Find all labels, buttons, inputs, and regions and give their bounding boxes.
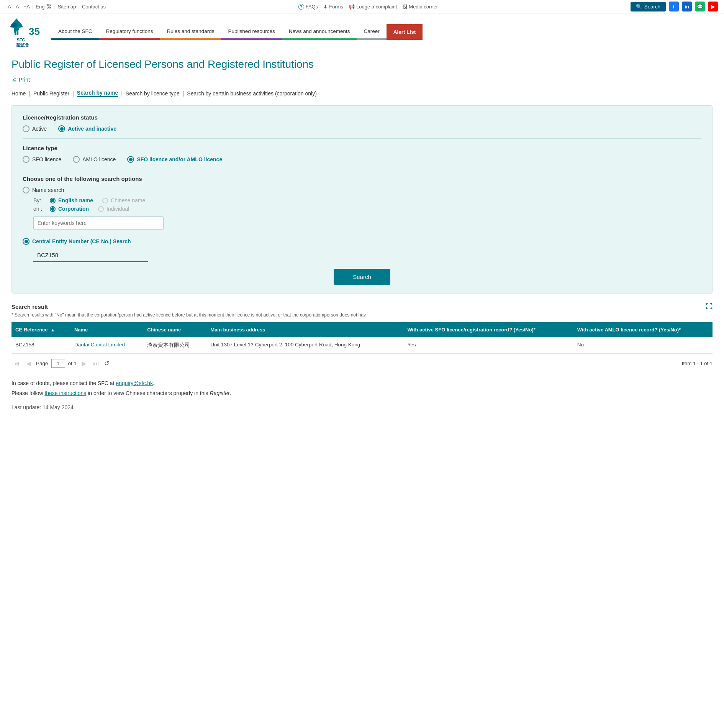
instructions-suffix: in order to view Chinese characters prop… — [88, 390, 208, 396]
status-active-radio[interactable] — [23, 125, 29, 132]
nav-career[interactable]: Career — [357, 24, 387, 40]
next-page-button[interactable]: ▶ — [80, 359, 88, 368]
expand-icon[interactable]: ⛶ — [706, 303, 713, 311]
licence-title: Licence type — [23, 145, 701, 151]
first-page-button[interactable]: ⏮ — [11, 359, 21, 368]
register-italic: Register — [210, 390, 230, 396]
print-link[interactable]: 🖨 Print — [11, 77, 713, 83]
faq-link[interactable]: ? FAQs — [298, 4, 318, 10]
media-link[interactable]: 🖼 Media corner — [402, 4, 438, 10]
status-active-option[interactable]: Active — [23, 125, 47, 132]
font-size-normal[interactable]: A — [16, 4, 19, 10]
nav-about[interactable]: About the SFC — [51, 24, 99, 40]
linkedin-icon[interactable]: in — [682, 2, 692, 11]
col-amlo-active: With active AMLO licence record? (Yes/No… — [573, 322, 713, 337]
name-link[interactable]: Dantai Capital Limited — [74, 342, 125, 348]
media-icon: 🖼 — [402, 4, 407, 10]
individual-radio[interactable] — [98, 206, 104, 212]
cell-address: Unit 1307 Level 13 Cyberport 2, 100 Cybe… — [206, 337, 403, 354]
search-button[interactable]: 🔍 Search — [631, 2, 666, 11]
col-ce-ref[interactable]: CE Reference ▲ — [11, 322, 70, 337]
refresh-icon[interactable]: ↺ — [104, 360, 109, 367]
logo-35-text: 35 — [29, 26, 40, 38]
page-number-input[interactable] — [51, 359, 65, 368]
last-page-button[interactable]: ⏭ — [91, 359, 101, 368]
keyword-input[interactable] — [33, 216, 164, 230]
lang-eng[interactable]: Eng — [36, 4, 44, 10]
individual-option[interactable]: Individual — [98, 206, 129, 212]
search-icon: 🔍 — [636, 4, 642, 10]
name-search-radio[interactable] — [23, 187, 29, 193]
english-name-option[interactable]: English name — [50, 197, 93, 203]
results-table-body: BCZ158 Dantai Capital Limited 淡泰資本有限公司 U… — [11, 337, 713, 354]
status-active-inactive-option[interactable]: Active and inactive — [58, 125, 116, 132]
breadcrumb-search-by-licence[interactable]: Search by licence type — [126, 90, 180, 97]
keyword-input-wrapper — [33, 213, 701, 235]
breadcrumb-home[interactable]: Home — [11, 90, 26, 97]
col-address: Main business address — [206, 322, 403, 337]
chinese-name-option[interactable]: Chinese name — [102, 197, 145, 203]
nav-published[interactable]: Published resources — [221, 24, 282, 40]
col-chinese-name: Chinese name — [143, 322, 206, 337]
form-divider-2 — [23, 169, 701, 169]
by-row: By: English name Chinese name — [33, 197, 701, 203]
search-submit-button[interactable]: Search — [334, 269, 390, 285]
chinese-name-radio[interactable] — [102, 198, 108, 203]
prev-page-button[interactable]: ◀ — [25, 359, 33, 368]
logo-sfc-text: SFC證監會 — [16, 38, 29, 48]
svg-rect-4 — [14, 33, 15, 35]
facebook-icon[interactable]: f — [669, 2, 679, 11]
wechat-icon[interactable]: 💬 — [695, 2, 705, 11]
search-options-title: Choose one of the following search optio… — [23, 175, 701, 182]
pagination: ⏮ ◀ Page of 1 ▶ ⏭ ↺ Item 1 - 1 of 1 — [11, 359, 713, 368]
instructions-text: Please follow — [11, 390, 43, 396]
licence-both-option[interactable]: SFO licence and/or AMLO licence — [127, 156, 222, 163]
breadcrumb-public-register[interactable]: Public Register — [33, 90, 69, 97]
ce-input[interactable] — [33, 249, 148, 262]
instructions-link[interactable]: these instructions — [44, 390, 86, 396]
main-content: Public Register of Licensed Persons and … — [0, 51, 724, 418]
complaint-link[interactable]: 📢 Lodge a complaint — [349, 4, 397, 10]
ce-search-option[interactable]: Central Entity Number (CE No.) Search — [23, 238, 701, 245]
breadcrumb: Home | Public Register | Search by name … — [11, 90, 713, 97]
corporation-radio[interactable] — [50, 206, 56, 212]
licence-amlo-radio[interactable] — [73, 156, 80, 163]
ce-search-radio[interactable] — [23, 238, 29, 245]
contact-link[interactable]: Contact us — [82, 4, 106, 10]
complaint-icon: 📢 — [349, 4, 355, 10]
results-title-row: Search result ⛶ — [11, 303, 713, 311]
licence-sfo-radio[interactable] — [23, 156, 29, 163]
nav-news[interactable]: News and announcements — [282, 24, 357, 40]
breadcrumb-search-by-name[interactable]: Search by name — [77, 90, 118, 97]
cell-chinese-name: 淡泰資本有限公司 — [143, 337, 206, 354]
lang-tc[interactable]: 繁 — [47, 3, 52, 10]
font-size-minus[interactable]: -A — [6, 4, 11, 10]
search-form: Licence/Registration status Active Activ… — [11, 105, 713, 293]
forms-icon: ⬇ — [323, 4, 328, 10]
breadcrumb-search-by-business[interactable]: Search by certain business activities (c… — [187, 90, 317, 97]
forms-link[interactable]: ⬇ Forms — [323, 4, 343, 10]
english-name-radio[interactable] — [50, 198, 56, 203]
search-social-area: 🔍 Search f in 💬 ▶ — [631, 2, 718, 11]
licence-amlo-option[interactable]: AMLO licence — [73, 156, 116, 163]
nav-rules[interactable]: Rules and standards — [160, 24, 221, 40]
status-active-inactive-radio[interactable] — [58, 125, 65, 132]
font-size-plus[interactable]: +A — [24, 4, 30, 10]
sitemap-link[interactable]: Sitemap — [58, 4, 76, 10]
item-count: Item 1 - 1 of 1 — [682, 361, 713, 366]
nav-regulatory[interactable]: Regulatory functions — [99, 24, 160, 40]
name-search-option[interactable]: Name search — [23, 187, 701, 193]
licence-both-radio[interactable] — [127, 156, 134, 163]
page-of: of 1 — [68, 361, 77, 366]
main-nav: About the SFC Regulatory functions Rules… — [51, 24, 718, 40]
email-link[interactable]: enquiry@sfc.hk — [116, 380, 153, 386]
col-name: Name — [70, 322, 143, 337]
logo[interactable]: 35 SFC證監會 — [6, 16, 40, 48]
table-row: BCZ158 Dantai Capital Limited 淡泰資本有限公司 U… — [11, 337, 713, 354]
sort-arrow-icon: ▲ — [51, 328, 55, 332]
youtube-icon[interactable]: ▶ — [708, 2, 718, 11]
corporation-option[interactable]: Corporation — [50, 206, 89, 212]
form-divider-1 — [23, 138, 701, 139]
licence-sfo-option[interactable]: SFO licence — [23, 156, 61, 163]
alert-list-button[interactable]: Alert List — [387, 24, 423, 40]
